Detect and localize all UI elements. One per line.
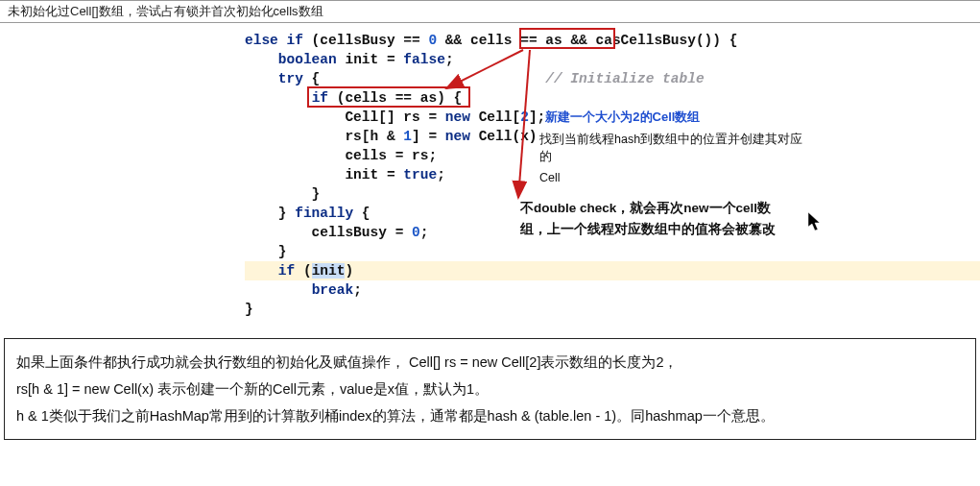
bottom-p1: 如果上面条件都执行成功就会执行数组的初始化及赋值操作， Cell[] rs = … bbox=[16, 349, 964, 376]
code-line-2: boolean init = false; bbox=[245, 50, 980, 69]
code-line-3: try { // Initialize table bbox=[245, 69, 980, 88]
annot-blue: 新建一个大小为2的Cell数组 bbox=[545, 109, 700, 124]
code-line-12: } bbox=[245, 242, 980, 261]
annot-strong: 不double check，就会再次new一个cell数 组，上一个线程对应数组… bbox=[520, 200, 818, 238]
code-line-1: else if (cellsBusy == 0 && cells == as &… bbox=[245, 31, 980, 50]
top-header-text: 未初始化过Cell[]数组，尝试占有锁并首次初始化cells数组 bbox=[8, 4, 323, 18]
annot-side: 找到当前线程hash到数组中的位置并创建其对应的 Cell bbox=[539, 131, 808, 186]
cursor-icon bbox=[808, 212, 822, 231]
code-line-13: if (init) bbox=[245, 261, 980, 280]
bottom-explanation-box: 如果上面条件都执行成功就会执行数组的初始化及赋值操作， Cell[] rs = … bbox=[4, 338, 976, 440]
code-area: else if (cellsBusy == 0 && cells == as &… bbox=[0, 23, 980, 327]
bottom-p2: rs[h & 1] = new Cell(x) 表示创建一个新的Cell元素，v… bbox=[16, 376, 964, 402]
top-header: 未初始化过Cell[]数组，尝试占有锁并首次初始化cells数组 bbox=[0, 0, 980, 23]
code-line-5: Cell[] rs = new Cell[2];新建一个大小为2的Cell数组 bbox=[245, 108, 980, 127]
code-line-14: break; bbox=[245, 280, 980, 300]
bottom-p3: h & 1类似于我们之前HashMap常用到的计算散列桶index的算法，通常都… bbox=[16, 402, 964, 429]
code-line-15: } bbox=[245, 300, 980, 319]
code-line-4: if (cells == as) { bbox=[245, 88, 980, 108]
